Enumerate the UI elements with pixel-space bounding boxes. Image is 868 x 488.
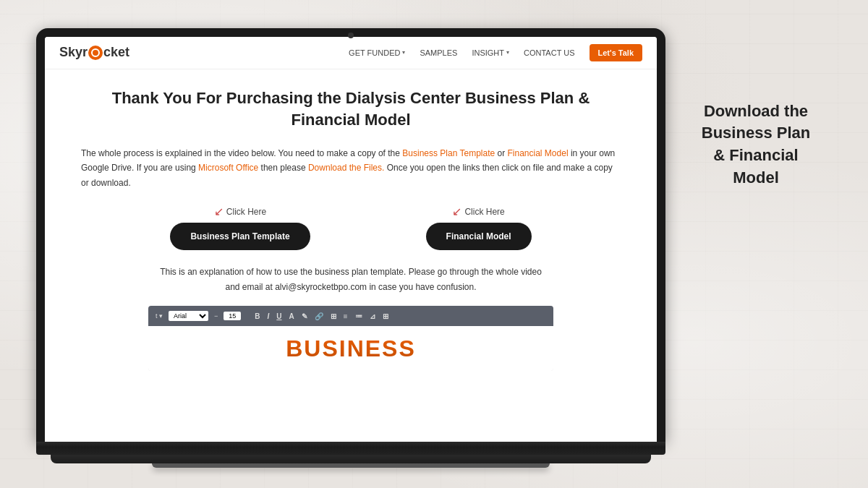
font-select[interactable]: Arial <box>169 311 208 321</box>
financial-model-link[interactable]: Financial Model <box>508 148 569 158</box>
right-panel-title: Download the Business Plan & Financial M… <box>694 100 817 189</box>
logo-text-after: cket <box>103 45 129 60</box>
nav-contact-label: CONTACT US <box>524 48 575 57</box>
toolbar-minus[interactable]: − <box>211 311 221 321</box>
toolbar-format-item: t ▾ <box>153 311 166 321</box>
bold-button[interactable]: B <box>252 312 262 321</box>
financial-model-btn-group: ↙ Click Here Financial Model <box>426 205 532 250</box>
underline-button[interactable]: U <box>274 312 284 321</box>
logo[interactable]: Skyr cket <box>59 45 129 60</box>
chevron-down-icon-insight: ▾ <box>506 49 509 56</box>
click-here-left: ↙ Click Here <box>214 205 266 218</box>
explanation-text: This is an explanation of how to use the… <box>81 265 621 294</box>
financial-model-button[interactable]: Financial Model <box>426 223 532 250</box>
download-files-link[interactable]: Download the Files. <box>308 163 384 173</box>
font-color-button[interactable]: A <box>287 312 297 321</box>
click-here-left-label: Click Here <box>226 207 266 217</box>
logo-icon <box>88 46 103 60</box>
italic-button[interactable]: I <box>265 312 272 321</box>
nav-samples-label: SAMPLES <box>420 48 457 57</box>
main-heading: Thank You For Purchasing the Dialysis Ce… <box>81 87 621 132</box>
business-word: BUSINESS <box>286 335 416 362</box>
navbar: Skyr cket GET FUNDED ▾ SAMPLES I <box>45 37 657 69</box>
right-panel: Download the Business Plan & Financial M… <box>680 86 832 204</box>
laptop-container: Skyr cket GET FUNDED ▾ SAMPLES I <box>36 28 665 468</box>
nav-links: GET FUNDED ▾ SAMPLES INSIGHT ▾ CONTACT U… <box>349 44 642 61</box>
link-button[interactable]: 🔗 <box>312 312 326 321</box>
document-preview: BUSINESS <box>148 326 553 371</box>
video-toolbar: t ▾ Arial − B I U A ✎ 🔗 <box>148 306 553 326</box>
logo-text-before: Skyr <box>59 45 88 60</box>
curved-arrow-icon-right: ↙ <box>452 205 461 218</box>
table-button[interactable]: ⊞ <box>380 312 391 321</box>
laptop-screen: Skyr cket GET FUNDED ▾ SAMPLES I <box>45 37 657 442</box>
business-plan-template-link[interactable]: Business Plan Template <box>402 148 495 158</box>
nav-samples[interactable]: SAMPLES <box>420 48 457 57</box>
video-embed-area: t ▾ Arial − B I U A ✎ 🔗 <box>148 306 553 371</box>
indent-button[interactable]: ⊿ <box>367 312 378 321</box>
laptop-bottom <box>51 455 651 463</box>
nav-contact[interactable]: CONTACT US <box>524 48 575 57</box>
business-plan-btn-group: ↙ Click Here Business Plan Template <box>170 205 310 250</box>
click-here-right-label: Click Here <box>464 207 504 217</box>
click-here-right: ↙ Click Here <box>452 205 504 218</box>
nav-get-funded-label: GET FUNDED <box>349 48 400 57</box>
list-button[interactable]: ≔ <box>353 312 365 321</box>
description: The whole process is explained in the vi… <box>81 146 621 190</box>
laptop-base <box>36 442 665 455</box>
laptop-frame: Skyr cket GET FUNDED ▾ SAMPLES I <box>36 28 665 442</box>
email-link[interactable]: alvi@skyrocketbpo.com <box>275 282 367 292</box>
align-button[interactable]: ≡ <box>341 312 350 321</box>
page-content: Thank You For Purchasing the Dialysis Ce… <box>45 69 657 386</box>
nav-insight[interactable]: INSIGHT ▾ <box>472 48 509 57</box>
chevron-down-icon: ▾ <box>402 49 405 56</box>
laptop-foot <box>152 463 550 468</box>
image-button[interactable]: ⊞ <box>328 312 339 321</box>
toolbar-plus-icon[interactable] <box>244 314 250 317</box>
nav-get-funded[interactable]: GET FUNDED ▾ <box>349 48 405 57</box>
lets-talk-button[interactable]: Let's Talk <box>590 44 642 61</box>
nav-insight-label: INSIGHT <box>472 48 504 57</box>
microsoft-office-link[interactable]: Microsoft Office <box>198 163 258 173</box>
buttons-row: ↙ Click Here Business Plan Template ↙ Cl… <box>81 205 621 250</box>
highlight-button[interactable]: ✎ <box>299 312 310 321</box>
font-size-input[interactable] <box>224 312 241 320</box>
business-plan-button[interactable]: Business Plan Template <box>170 223 310 250</box>
curved-arrow-icon-left: ↙ <box>214 205 224 218</box>
